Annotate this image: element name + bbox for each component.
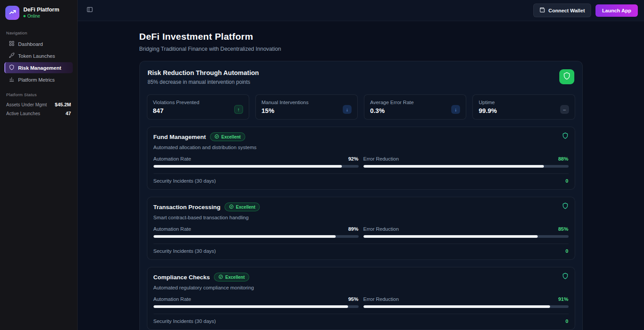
status-value: $45.2M: [55, 102, 71, 107]
category-title-row: Compliance Checks Excellent: [154, 273, 569, 281]
incidents-row: Security Incidents (30 days) 0: [154, 244, 569, 254]
category-card-fund-management: Fund Management Excellent Automated allo…: [147, 127, 575, 190]
online-label: Online: [27, 13, 40, 19]
progress-bar: [363, 305, 569, 308]
main-column: Connect Wallet Launch App DeFi Investmen…: [78, 0, 644, 330]
main-content: DeFi Investment Platform Bridging Tradit…: [78, 21, 644, 330]
sidebar-item-dashboard[interactable]: Dashboard: [4, 38, 73, 49]
risk-reduction-card: Risk Reduction Through Automation 85% de…: [139, 61, 583, 330]
connect-wallet-label: Connect Wallet: [548, 8, 585, 13]
logo-text: DeFi Platform Online: [23, 7, 59, 19]
progress-bar: [154, 305, 359, 308]
rocket-icon: [9, 52, 15, 59]
incidents-label: Security Incidents (30 days): [154, 319, 216, 324]
incidents-label: Security Incidents (30 days): [154, 178, 216, 184]
topbar: Connect Wallet Launch App: [78, 0, 644, 21]
app-title: DeFi Platform: [23, 7, 59, 14]
stat-value: 847: [153, 107, 199, 114]
metric-label: Automation Rate: [154, 156, 191, 161]
check-circle-icon: [214, 134, 219, 140]
progress-bar: [363, 235, 569, 238]
sidebar: DeFi Platform Online Navigation Dashboar…: [0, 0, 78, 330]
risk-card-subtitle: 85% decrease in manual intervention poin…: [148, 79, 259, 85]
page-subtitle: Bridging Traditional Finance with Decent…: [139, 46, 583, 52]
status-badge: Excellent: [214, 273, 249, 281]
error-reduction-metric: Error Reduction 88%: [363, 156, 569, 168]
connect-wallet-button[interactable]: Connect Wallet: [533, 4, 591, 17]
category-title-row: Transaction Processing Excellent: [154, 202, 569, 211]
progress-fill: [154, 165, 342, 168]
risk-card-title: Risk Reduction Through Automation: [148, 69, 259, 76]
error-reduction-metric: Error Reduction 91%: [363, 296, 569, 308]
stat-text: Average Error Rate 0.3%: [370, 100, 414, 114]
risk-card-header: Risk Reduction Through Automation 85% de…: [147, 69, 575, 85]
app-logo: [5, 6, 19, 20]
status-badge: Excellent: [225, 202, 260, 211]
stat-card-violations-prevented: Violations Prevented 847 ↑: [147, 94, 249, 120]
nav-section-label: Navigation: [4, 30, 73, 38]
error-reduction-metric: Error Reduction 85%: [363, 226, 569, 238]
status-row-active-launches: Active Launches 47: [4, 109, 73, 118]
dashboard-icon: [9, 41, 15, 47]
metric-label: Automation Rate: [154, 296, 191, 302]
risk-card-heading-text: Risk Reduction Through Automation 85% de…: [148, 69, 259, 85]
progress-bar: [363, 165, 569, 168]
progress-bar: [154, 235, 359, 238]
trend-down-icon: ↓: [343, 105, 352, 114]
sidebar-item-token-launches[interactable]: Token Launches: [4, 50, 73, 61]
sidebar-item-platform-metrics[interactable]: Platform Metrics: [4, 74, 73, 85]
stat-text: Violations Prevented 847: [153, 100, 199, 114]
trending-up-icon: [9, 8, 16, 18]
status-badge-label: Excellent: [236, 205, 255, 210]
incidents-value: 0: [565, 248, 568, 254]
online-dot-icon: [23, 15, 26, 17]
category-card-transaction-processing: Transaction Processing Excellent Smart c…: [147, 197, 575, 260]
app-window: DeFi Platform Online Navigation Dashboar…: [0, 0, 644, 330]
progress-fill: [363, 235, 538, 238]
metric-value: 95%: [348, 296, 358, 302]
status-label: Active Launches: [6, 111, 40, 116]
sidebar-item-label: Platform Metrics: [18, 77, 55, 82]
metrics-grid: Automation Rate 89% Error Reduction 85%: [154, 226, 569, 238]
metric-label: Error Reduction: [363, 156, 399, 161]
status-badge-label: Excellent: [221, 135, 241, 139]
status-badge: Excellent: [210, 132, 245, 141]
sidebar-item-label: Token Launches: [18, 53, 55, 59]
metric-value: 89%: [348, 226, 358, 232]
shield-icon: [9, 64, 15, 71]
panel-left-icon: [86, 6, 93, 15]
incidents-row: Security Incidents (30 days) 0: [154, 314, 569, 324]
incidents-value: 0: [565, 319, 568, 324]
metrics-grid: Automation Rate 92% Error Reduction 88%: [154, 156, 569, 168]
progress-bar: [154, 165, 359, 168]
incidents-value: 0: [565, 178, 568, 184]
check-circle-icon: [218, 274, 223, 280]
stat-card-manual-interventions: Manual Interventions 15% ↓: [255, 94, 358, 120]
metric-label: Error Reduction: [363, 226, 399, 232]
sidebar-item-risk-management[interactable]: Risk Management: [4, 62, 73, 73]
stats-grid: Violations Prevented 847 ↑ Manual Interv…: [147, 94, 575, 120]
content-container: DeFi Investment Platform Bridging Tradit…: [139, 21, 583, 330]
shield-icon: [562, 202, 569, 211]
sidebar-toggle-button[interactable]: [84, 5, 95, 16]
trend-up-icon: ↑: [234, 105, 243, 114]
shield-chip: [559, 69, 574, 84]
bar-chart-icon: [9, 76, 15, 83]
incidents-row: Security Incidents (30 days) 0: [154, 173, 569, 184]
stat-label: Uptime: [479, 100, 497, 105]
launch-app-button[interactable]: Launch App: [595, 4, 638, 17]
stat-label: Manual Interventions: [262, 100, 309, 105]
automation-rate-metric: Automation Rate 92%: [154, 156, 359, 168]
stat-text: Manual Interventions 15%: [262, 100, 309, 114]
sidebar-item-label: Risk Management: [18, 65, 61, 71]
topbar-actions: Connect Wallet Launch App: [533, 4, 638, 17]
category-title: Fund Management: [154, 134, 206, 140]
automation-rate-metric: Automation Rate 89%: [154, 226, 359, 238]
category-description: Automated regulatory compliance monitori…: [154, 285, 569, 290]
shield-icon: [563, 72, 571, 82]
progress-fill: [363, 165, 544, 168]
category-description: Automated allocation and distribution sy…: [154, 145, 569, 150]
shield-icon: [562, 273, 569, 281]
wallet-icon: [539, 7, 545, 14]
progress-fill: [363, 305, 550, 308]
